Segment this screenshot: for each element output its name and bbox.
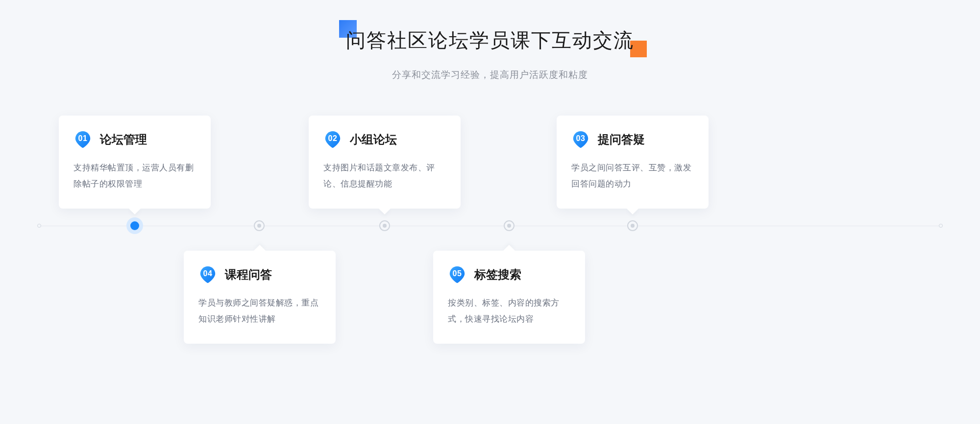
- page-subtitle: 分享和交流学习经验，提高用户活跃度和粘度: [0, 69, 980, 81]
- card-description: 学员与教师之间答疑解惑，重点知识老师针对性讲解: [198, 295, 321, 327]
- card-number: 01: [78, 134, 88, 143]
- feature-card-2: 02 小组论坛 支持图片和话题文章发布、评论、信息提醒功能: [309, 116, 461, 209]
- card-number: 05: [453, 269, 462, 278]
- page-title: 问答社区论坛学员课下互动交流: [346, 27, 634, 54]
- card-description: 支持精华帖置顶，运营人员有删除帖子的权限管理: [74, 160, 196, 192]
- timeline-dot-5[interactable]: [627, 220, 638, 231]
- card-number: 04: [203, 269, 213, 278]
- card-arrow-icon: [627, 209, 638, 214]
- feature-card-1: 01 论坛管理 支持精华帖置顶，运营人员有删除帖子的权限管理: [59, 116, 211, 209]
- timeline-area: 01 论坛管理 支持精华帖置顶，运营人员有删除帖子的权限管理 02 小组论坛 支…: [0, 116, 980, 390]
- card-header: 02 小组论坛: [323, 130, 446, 149]
- card-header: 03 提问答疑: [571, 130, 694, 149]
- timeline-line: [39, 226, 941, 226]
- pin-icon: 03: [571, 130, 590, 149]
- pin-icon: 05: [448, 265, 466, 284]
- pin-icon: 02: [323, 130, 342, 149]
- card-number: 02: [328, 134, 338, 143]
- card-title: 提问答疑: [598, 132, 645, 147]
- card-title: 论坛管理: [100, 132, 147, 147]
- card-number: 03: [576, 134, 586, 143]
- card-description: 支持图片和话题文章发布、评论、信息提醒功能: [323, 160, 446, 192]
- card-description: 按类别、标签、内容的搜索方式，快速寻找论坛内容: [448, 295, 570, 327]
- timeline-dot-4[interactable]: [504, 220, 514, 231]
- card-arrow-icon: [129, 209, 141, 214]
- feature-card-4: 04 课程问答 学员与教师之间答疑解惑，重点知识老师针对性讲解: [184, 251, 336, 344]
- timeline-dot-3[interactable]: [379, 220, 390, 231]
- timeline-terminal-end: [939, 224, 943, 228]
- card-title: 课程问答: [225, 267, 272, 283]
- card-header: 05 标签搜索: [448, 265, 570, 284]
- card-arrow-icon: [379, 209, 391, 214]
- card-arrow-icon: [503, 245, 515, 251]
- feature-card-3: 03 提问答疑 学员之间问答互评、互赞，激发回答问题的动力: [557, 116, 709, 209]
- timeline-dot-1[interactable]: [126, 217, 143, 234]
- card-header: 04 课程问答: [198, 265, 321, 284]
- timeline-dot-2[interactable]: [254, 220, 265, 231]
- timeline-terminal-start: [37, 224, 41, 228]
- card-header: 01 论坛管理: [74, 130, 196, 149]
- pin-icon: 01: [74, 130, 92, 149]
- card-description: 学员之间问答互评、互赞，激发回答问题的动力: [571, 160, 694, 192]
- card-arrow-icon: [254, 245, 266, 251]
- title-wrapper: 问答社区论坛学员课下互动交流: [346, 27, 634, 54]
- pin-icon: 04: [198, 265, 217, 284]
- card-title: 小组论坛: [350, 132, 397, 147]
- page-container: 问答社区论坛学员课下互动交流 分享和交流学习经验，提高用户活跃度和粘度 01 论…: [0, 0, 980, 424]
- feature-card-5: 05 标签搜索 按类别、标签、内容的搜索方式，快速寻找论坛内容: [433, 251, 585, 344]
- card-title: 标签搜索: [474, 267, 521, 283]
- header: 问答社区论坛学员课下互动交流 分享和交流学习经验，提高用户活跃度和粘度: [0, 27, 980, 81]
